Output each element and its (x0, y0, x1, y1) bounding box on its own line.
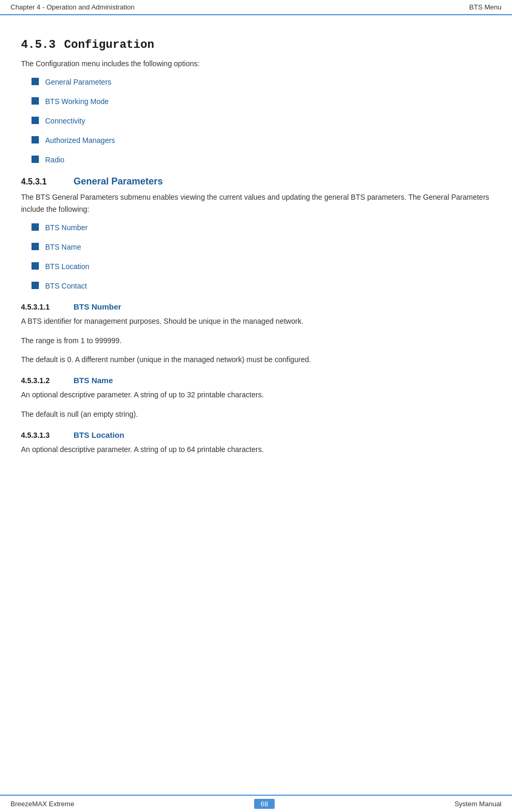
bullet-text: Radio (45, 155, 65, 166)
section-453-bullets: General Parameters BTS Working Mode Conn… (32, 77, 491, 166)
page-header: Chapter 4 - Operation and Administration… (0, 0, 512, 15)
main-content: 4.5.3 Configuration The Configuration me… (0, 15, 512, 495)
bullet-text: BTS Number (45, 222, 88, 233)
section-45312-number: 4.5.3.1.2 (21, 376, 74, 385)
section-45312-content: An optional descriptive parameter. A str… (21, 389, 491, 420)
section-45312-title: BTS Name (74, 376, 113, 385)
bullet-item: Radio (32, 155, 491, 166)
section-4531-number: 4.5.3.1 (21, 177, 74, 187)
footer-page-number: 68 (254, 799, 274, 809)
section-45313-heading: 4.5.3.1.3 BTS Location (21, 430, 491, 439)
bullet-item: BTS Number (32, 222, 491, 233)
bullet-text: BTS Location (45, 261, 89, 272)
section-45311-heading: 4.5.3.1.1 BTS Number (21, 302, 491, 311)
bullet-icon (32, 117, 39, 124)
section-4531-intro: The BTS General Parameters submenu enabl… (21, 191, 491, 215)
header-right: BTS Menu (469, 3, 501, 11)
bullet-item: BTS Location (32, 261, 491, 272)
section-45313-title: BTS Location (74, 430, 124, 439)
footer-left: BreezeMAX Extreme (11, 800, 74, 808)
section-453-heading: 4.5.3 Configuration (21, 38, 491, 52)
footer-right: System Manual (454, 800, 501, 808)
bullet-item: Authorized Managers (32, 135, 491, 146)
section-4531-bullets: BTS Number BTS Name BTS Location BTS Con… (32, 222, 491, 292)
bullet-text: General Parameters (45, 77, 111, 88)
bullet-icon (32, 243, 39, 250)
bullet-icon (32, 78, 39, 85)
section-45311-para-1: The range is from 1 to 999999. (21, 335, 491, 346)
page-footer: BreezeMAX Extreme 68 System Manual (0, 795, 512, 812)
section-45312-heading: 4.5.3.1.2 BTS Name (21, 376, 491, 385)
bullet-item: BTS Working Mode (32, 96, 491, 107)
bullet-icon (32, 156, 39, 163)
section-45313-content: An optional descriptive parameter. A str… (21, 444, 491, 455)
bullet-text: BTS Contact (45, 281, 87, 292)
section-453-number: 4.5.3 (21, 38, 56, 52)
section-45311-para-2: The default is 0. A different number (un… (21, 354, 491, 365)
section-45313-number: 4.5.3.1.3 (21, 431, 74, 439)
section-453-title: Configuration (64, 38, 154, 52)
section-45311-para-0: A BTS identifier for management purposes… (21, 315, 491, 327)
section-45312-para-0: An optional descriptive parameter. A str… (21, 389, 491, 400)
section-45311-title: BTS Number (74, 302, 121, 311)
bullet-item: BTS Contact (32, 281, 491, 292)
section-4531-title: General Parameters (74, 176, 163, 187)
bullet-item: Connectivity (32, 116, 491, 127)
bullet-text: Authorized Managers (45, 135, 115, 146)
section-4531-heading: 4.5.3.1 General Parameters (21, 176, 491, 187)
bullet-item: General Parameters (32, 77, 491, 88)
section-45312-para-1: The default is null (an empty string). (21, 408, 491, 420)
bullet-item: BTS Name (32, 242, 491, 253)
section-45311-content: A BTS identifier for management purposes… (21, 315, 491, 365)
bullet-icon (32, 282, 39, 289)
bullet-icon (32, 262, 39, 270)
bullet-text: Connectivity (45, 116, 85, 127)
bullet-icon (32, 136, 39, 143)
bullet-icon (32, 97, 39, 105)
section-453-intro: The Configuration menu includes the foll… (21, 58, 491, 69)
section-45311-number: 4.5.3.1.1 (21, 303, 74, 311)
bullet-text: BTS Working Mode (45, 96, 109, 107)
bullet-text: BTS Name (45, 242, 81, 253)
bullet-icon (32, 223, 39, 231)
section-45313-para-0: An optional descriptive parameter. A str… (21, 444, 491, 455)
header-left: Chapter 4 - Operation and Administration (11, 3, 134, 11)
